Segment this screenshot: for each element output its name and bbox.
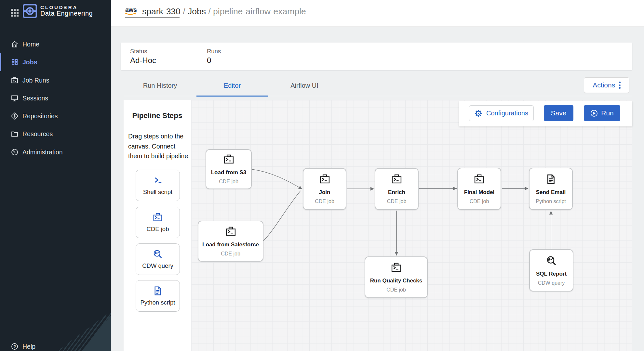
- svg-text:aws: aws: [125, 7, 137, 13]
- svg-text:?: ?: [13, 344, 16, 349]
